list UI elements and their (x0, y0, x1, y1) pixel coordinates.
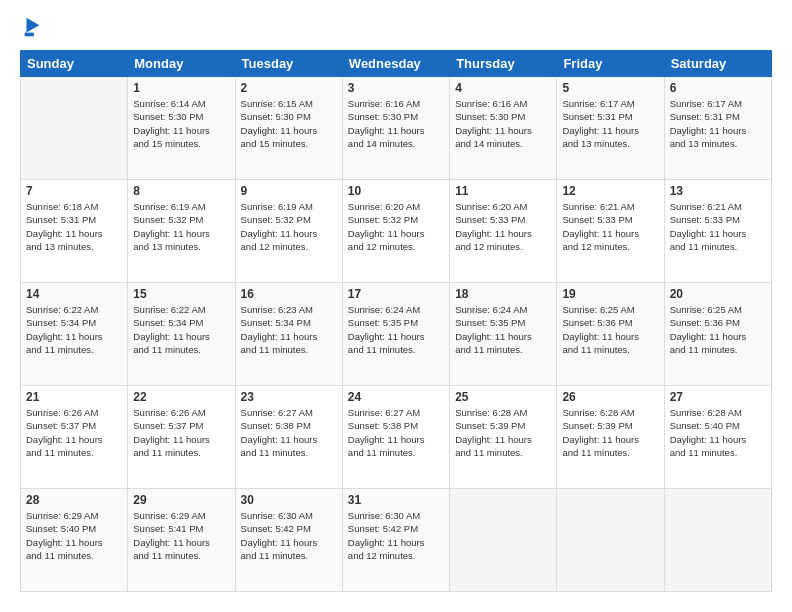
day-number: 3 (348, 81, 444, 95)
calendar-cell: 28Sunrise: 6:29 AM Sunset: 5:40 PM Dayli… (21, 489, 128, 592)
calendar-cell: 24Sunrise: 6:27 AM Sunset: 5:38 PM Dayli… (342, 386, 449, 489)
day-info: Sunrise: 6:27 AM Sunset: 5:38 PM Dayligh… (241, 406, 337, 459)
day-info: Sunrise: 6:15 AM Sunset: 5:30 PM Dayligh… (241, 97, 337, 150)
calendar-week-row: 1Sunrise: 6:14 AM Sunset: 5:30 PM Daylig… (21, 77, 772, 180)
calendar-header-thursday: Thursday (450, 51, 557, 77)
calendar-cell: 6Sunrise: 6:17 AM Sunset: 5:31 PM Daylig… (664, 77, 771, 180)
calendar-header-tuesday: Tuesday (235, 51, 342, 77)
calendar-cell (664, 489, 771, 592)
calendar-cell: 3Sunrise: 6:16 AM Sunset: 5:30 PM Daylig… (342, 77, 449, 180)
day-info: Sunrise: 6:16 AM Sunset: 5:30 PM Dayligh… (455, 97, 551, 150)
day-number: 1 (133, 81, 229, 95)
day-number: 31 (348, 493, 444, 507)
page: SundayMondayTuesdayWednesdayThursdayFrid… (0, 0, 792, 612)
day-number: 25 (455, 390, 551, 404)
day-info: Sunrise: 6:28 AM Sunset: 5:39 PM Dayligh… (562, 406, 658, 459)
day-info: Sunrise: 6:18 AM Sunset: 5:31 PM Dayligh… (26, 200, 122, 253)
calendar-header-monday: Monday (128, 51, 235, 77)
calendar-cell: 15Sunrise: 6:22 AM Sunset: 5:34 PM Dayli… (128, 283, 235, 386)
day-number: 29 (133, 493, 229, 507)
calendar-week-row: 14Sunrise: 6:22 AM Sunset: 5:34 PM Dayli… (21, 283, 772, 386)
calendar-cell: 18Sunrise: 6:24 AM Sunset: 5:35 PM Dayli… (450, 283, 557, 386)
calendar-header-row: SundayMondayTuesdayWednesdayThursdayFrid… (21, 51, 772, 77)
day-number: 10 (348, 184, 444, 198)
day-number: 14 (26, 287, 122, 301)
calendar-cell: 19Sunrise: 6:25 AM Sunset: 5:36 PM Dayli… (557, 283, 664, 386)
calendar-cell: 10Sunrise: 6:20 AM Sunset: 5:32 PM Dayli… (342, 180, 449, 283)
day-info: Sunrise: 6:30 AM Sunset: 5:42 PM Dayligh… (348, 509, 444, 562)
logo (20, 20, 42, 40)
day-info: Sunrise: 6:26 AM Sunset: 5:37 PM Dayligh… (26, 406, 122, 459)
day-info: Sunrise: 6:27 AM Sunset: 5:38 PM Dayligh… (348, 406, 444, 459)
day-info: Sunrise: 6:20 AM Sunset: 5:33 PM Dayligh… (455, 200, 551, 253)
day-info: Sunrise: 6:29 AM Sunset: 5:41 PM Dayligh… (133, 509, 229, 562)
svg-rect-1 (25, 33, 34, 37)
calendar-cell: 11Sunrise: 6:20 AM Sunset: 5:33 PM Dayli… (450, 180, 557, 283)
calendar-week-row: 7Sunrise: 6:18 AM Sunset: 5:31 PM Daylig… (21, 180, 772, 283)
day-number: 22 (133, 390, 229, 404)
calendar-cell: 2Sunrise: 6:15 AM Sunset: 5:30 PM Daylig… (235, 77, 342, 180)
calendar-week-row: 28Sunrise: 6:29 AM Sunset: 5:40 PM Dayli… (21, 489, 772, 592)
calendar-header-wednesday: Wednesday (342, 51, 449, 77)
calendar-cell: 26Sunrise: 6:28 AM Sunset: 5:39 PM Dayli… (557, 386, 664, 489)
calendar-cell: 7Sunrise: 6:18 AM Sunset: 5:31 PM Daylig… (21, 180, 128, 283)
day-number: 24 (348, 390, 444, 404)
day-number: 28 (26, 493, 122, 507)
day-number: 8 (133, 184, 229, 198)
day-info: Sunrise: 6:21 AM Sunset: 5:33 PM Dayligh… (562, 200, 658, 253)
day-number: 15 (133, 287, 229, 301)
day-info: Sunrise: 6:26 AM Sunset: 5:37 PM Dayligh… (133, 406, 229, 459)
day-info: Sunrise: 6:30 AM Sunset: 5:42 PM Dayligh… (241, 509, 337, 562)
calendar-cell: 13Sunrise: 6:21 AM Sunset: 5:33 PM Dayli… (664, 180, 771, 283)
day-info: Sunrise: 6:19 AM Sunset: 5:32 PM Dayligh… (241, 200, 337, 253)
day-number: 13 (670, 184, 766, 198)
day-number: 11 (455, 184, 551, 198)
calendar-cell: 25Sunrise: 6:28 AM Sunset: 5:39 PM Dayli… (450, 386, 557, 489)
day-number: 27 (670, 390, 766, 404)
calendar-cell (21, 77, 128, 180)
day-info: Sunrise: 6:23 AM Sunset: 5:34 PM Dayligh… (241, 303, 337, 356)
day-info: Sunrise: 6:24 AM Sunset: 5:35 PM Dayligh… (348, 303, 444, 356)
calendar-cell: 27Sunrise: 6:28 AM Sunset: 5:40 PM Dayli… (664, 386, 771, 489)
day-info: Sunrise: 6:16 AM Sunset: 5:30 PM Dayligh… (348, 97, 444, 150)
calendar-cell: 16Sunrise: 6:23 AM Sunset: 5:34 PM Dayli… (235, 283, 342, 386)
day-info: Sunrise: 6:14 AM Sunset: 5:30 PM Dayligh… (133, 97, 229, 150)
day-number: 17 (348, 287, 444, 301)
day-info: Sunrise: 6:17 AM Sunset: 5:31 PM Dayligh… (562, 97, 658, 150)
calendar-cell: 31Sunrise: 6:30 AM Sunset: 5:42 PM Dayli… (342, 489, 449, 592)
day-number: 9 (241, 184, 337, 198)
day-info: Sunrise: 6:25 AM Sunset: 5:36 PM Dayligh… (562, 303, 658, 356)
day-number: 12 (562, 184, 658, 198)
day-number: 21 (26, 390, 122, 404)
calendar-cell: 30Sunrise: 6:30 AM Sunset: 5:42 PM Dayli… (235, 489, 342, 592)
day-number: 26 (562, 390, 658, 404)
day-number: 19 (562, 287, 658, 301)
svg-marker-0 (26, 18, 39, 33)
day-info: Sunrise: 6:25 AM Sunset: 5:36 PM Dayligh… (670, 303, 766, 356)
day-info: Sunrise: 6:29 AM Sunset: 5:40 PM Dayligh… (26, 509, 122, 562)
calendar-cell (557, 489, 664, 592)
day-number: 18 (455, 287, 551, 301)
calendar-cell: 23Sunrise: 6:27 AM Sunset: 5:38 PM Dayli… (235, 386, 342, 489)
day-info: Sunrise: 6:28 AM Sunset: 5:40 PM Dayligh… (670, 406, 766, 459)
day-number: 4 (455, 81, 551, 95)
day-number: 5 (562, 81, 658, 95)
header (20, 20, 772, 40)
calendar-cell: 22Sunrise: 6:26 AM Sunset: 5:37 PM Dayli… (128, 386, 235, 489)
calendar-cell: 5Sunrise: 6:17 AM Sunset: 5:31 PM Daylig… (557, 77, 664, 180)
calendar-cell (450, 489, 557, 592)
day-number: 20 (670, 287, 766, 301)
day-info: Sunrise: 6:17 AM Sunset: 5:31 PM Dayligh… (670, 97, 766, 150)
calendar-cell: 20Sunrise: 6:25 AM Sunset: 5:36 PM Dayli… (664, 283, 771, 386)
day-info: Sunrise: 6:28 AM Sunset: 5:39 PM Dayligh… (455, 406, 551, 459)
calendar-cell: 8Sunrise: 6:19 AM Sunset: 5:32 PM Daylig… (128, 180, 235, 283)
day-number: 16 (241, 287, 337, 301)
calendar-cell: 14Sunrise: 6:22 AM Sunset: 5:34 PM Dayli… (21, 283, 128, 386)
day-info: Sunrise: 6:24 AM Sunset: 5:35 PM Dayligh… (455, 303, 551, 356)
calendar-cell: 29Sunrise: 6:29 AM Sunset: 5:41 PM Dayli… (128, 489, 235, 592)
calendar-cell: 17Sunrise: 6:24 AM Sunset: 5:35 PM Dayli… (342, 283, 449, 386)
day-number: 7 (26, 184, 122, 198)
day-number: 23 (241, 390, 337, 404)
calendar-cell: 21Sunrise: 6:26 AM Sunset: 5:37 PM Dayli… (21, 386, 128, 489)
calendar-header-sunday: Sunday (21, 51, 128, 77)
